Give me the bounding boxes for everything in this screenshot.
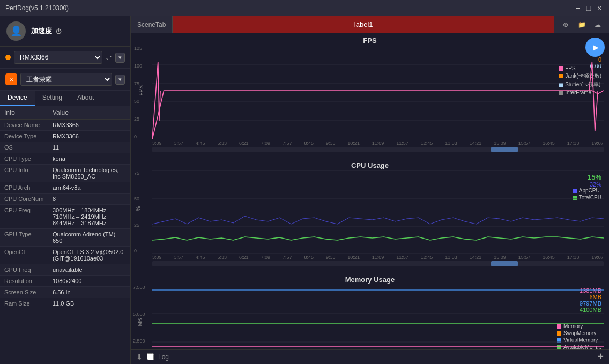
window-controls: − □ × (574, 4, 604, 12)
label1-tab[interactable]: label1 (173, 16, 554, 33)
tab-device[interactable]: Device (0, 91, 35, 106)
tab-setting[interactable]: Setting (35, 91, 70, 106)
x-tick: 7:09 (261, 255, 270, 260)
info-cell: Resolution (0, 276, 48, 287)
scene-icons: ⊕ 📁 ☁ (554, 18, 609, 32)
sidebar-header: 👤 加速度 ⏻ (0, 16, 130, 47)
value-cell: 1080x2400 (48, 276, 130, 287)
tab-about[interactable]: About (70, 91, 101, 106)
titlebar: PerfDog(v5.1.210300) − □ × (0, 0, 609, 16)
info-cell: CPU Arch (0, 182, 48, 194)
x-tick: 11:57 (396, 255, 409, 260)
right-panel: SceneTab label1 ⊕ 📁 ☁ FPS 61 0 0.00 (131, 16, 609, 364)
device-chevron-button[interactable]: ▾ (115, 53, 125, 63)
cloud-icon[interactable]: ☁ (591, 18, 605, 32)
x-tick: 15:57 (518, 255, 531, 260)
cpu-scrollthumb[interactable] (491, 261, 518, 266)
log-checkbox[interactable] (147, 353, 154, 360)
app-title: PerfDog(v5.1.210300) (5, 4, 574, 12)
cpu-scrolltrack[interactable] (152, 261, 604, 266)
app-chevron-button[interactable]: ▾ (115, 75, 125, 85)
play-button[interactable] (585, 38, 605, 57)
memory-chart-area: MB 7,5005,0002,5000 (152, 285, 604, 349)
value-cell: 8 (48, 194, 130, 205)
x-tick: 9:33 (326, 255, 336, 260)
x-tick: 14:21 (470, 140, 482, 146)
memory-y-axis: 7,5005,0002,5000 (133, 285, 145, 349)
x-tick: 11:09 (372, 255, 384, 260)
fps-chart-area: FPS 1251007550250 (152, 46, 604, 139)
info-cell: OS (0, 142, 48, 153)
table-row: GPU TypeQualcomm Adreno (TM) 650 (0, 229, 130, 247)
x-tick: 15:09 (494, 255, 506, 260)
x-tick: 8:45 (304, 140, 314, 146)
app-icon: ⚔ (5, 73, 17, 85)
x-tick: 16:45 (543, 140, 555, 146)
table-row: Device TypeRMX3366 (0, 131, 130, 142)
minimize-button[interactable]: − (574, 4, 582, 12)
col-info: Info (0, 106, 48, 120)
x-tick: 5:33 (217, 255, 227, 260)
value-cell: arm64-v8a (48, 182, 130, 194)
table-row: Screen Size6.56 In (0, 287, 130, 298)
x-tick: 13:33 (445, 140, 457, 146)
sidebar: 👤 加速度 ⏻ RMX3366 ⇌ ▾ ⚔ 王者荣耀 ▾ Device (0, 16, 131, 364)
cpu-chart-svg (152, 170, 604, 254)
info-cell: Ram Size (0, 298, 48, 309)
maximize-button[interactable]: □ (584, 4, 593, 12)
table-row: GPU Frequnavailable (0, 264, 130, 276)
fps-y-axis: 1251007550250 (134, 46, 142, 139)
fps-chart-panel: FPS 61 0 0.00 FPS Jank(卡顿次数) (131, 33, 609, 158)
col-value: Value (48, 106, 130, 120)
scene-tab-bar: SceneTab label1 ⊕ 📁 ☁ (131, 16, 609, 33)
value-cell: 300MHz – 1804MHz 710MHz – 2419MHz 844MHz… (48, 205, 130, 229)
cpu-chart-area: % 7550250 (152, 170, 604, 254)
app-select-row: ⚔ 王者荣耀 ▾ (0, 69, 130, 91)
device-selector[interactable]: RMX3366 (14, 51, 102, 64)
fps-scrollthumb[interactable] (491, 147, 518, 152)
memory-chart-panel: Memory Usage 1381MB 6MB 9797MB 4100MB Me… (131, 272, 609, 349)
fps-chart-title: FPS (131, 33, 609, 46)
info-cell: CPU Info (0, 165, 48, 182)
x-tick: 3:57 (174, 255, 183, 260)
bottom-icon[interactable]: ⬇ (136, 353, 143, 361)
location-icon[interactable]: ⊕ (559, 18, 573, 32)
fps-chart-svg (152, 46, 604, 139)
table-row: CPU InfoQualcomm Technologies, Inc SM825… (0, 165, 130, 182)
x-tick: 10:21 (347, 255, 360, 260)
folder-icon[interactable]: 📁 (575, 18, 589, 32)
cpu-chart-title: CPU Usage (131, 158, 609, 170)
app-selector[interactable]: 王者荣耀 (20, 73, 112, 86)
x-tick: 12:45 (421, 255, 433, 260)
value-cell: 11 (48, 142, 130, 153)
table-row: CPU Typekona (0, 153, 130, 165)
x-tick: 12:45 (421, 140, 433, 146)
x-tick: 11:09 (372, 140, 384, 146)
info-cell: CPU Type (0, 153, 48, 165)
scene-tab-label[interactable]: SceneTab (131, 16, 173, 33)
close-button[interactable]: × (595, 4, 604, 12)
x-tick: 8:45 (304, 255, 314, 260)
x-tick: 3:09 (152, 255, 162, 260)
device-select-row: RMX3366 ⇌ ▾ (0, 47, 130, 69)
fps-scrolltrack[interactable] (152, 147, 604, 152)
value-cell: OpenGL ES 3.2 V@0502.0 (GIT@191610ae03 (48, 247, 130, 264)
x-tick: 4:45 (196, 255, 205, 260)
info-cell: GPU Type (0, 229, 48, 247)
x-tick: 7:57 (283, 255, 292, 260)
x-tick: 6:21 (239, 255, 249, 260)
x-tick: 6:21 (239, 140, 249, 146)
x-tick: 17:33 (567, 255, 580, 260)
value-cell: Qualcomm Technologies, Inc SM8250_AC (48, 165, 130, 182)
info-cell: Device Type (0, 131, 48, 142)
table-row: Ram Size11.0 GB (0, 298, 130, 309)
wifi-icon[interactable]: ⇌ (106, 53, 112, 62)
value-cell: unavailable (48, 264, 130, 276)
add-button[interactable]: + (597, 351, 604, 363)
power-icon[interactable]: ⏻ (56, 28, 62, 34)
x-tick: 16:45 (543, 255, 555, 260)
x-tick: 19:07 (591, 140, 604, 146)
memory-chart-title: Memory Usage (131, 272, 609, 285)
value-cell: RMX3366 (48, 131, 130, 142)
sidebar-tabs: Device Setting About (0, 91, 130, 106)
